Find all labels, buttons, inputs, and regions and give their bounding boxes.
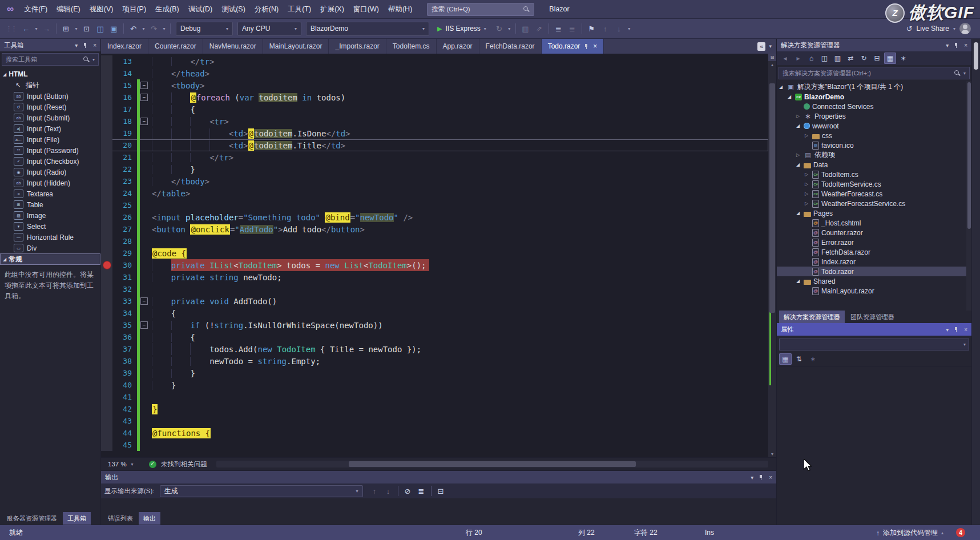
expanded-icon[interactable]: ◢ — [788, 94, 795, 99]
code-text[interactable]: newTodo = string.Empty; — [148, 357, 320, 366]
collapsed-icon[interactable]: ▷ — [805, 201, 812, 206]
vertical-scrollbar[interactable]: ⊟ ▴ ▾ — [768, 54, 776, 457]
tree-item-counter-razor[interactable]: Counter.razor — [777, 228, 971, 237]
code-text[interactable]: } — [148, 369, 195, 378]
code-line-31[interactable]: 31private string newTodo; — [101, 271, 768, 283]
tree-item-shared[interactable]: ◢Shared — [777, 276, 971, 286]
solution-configurations-dropdown[interactable]: Debug▾ — [176, 22, 233, 36]
collapsed-icon[interactable]: ▷ — [796, 114, 804, 119]
dock-tab-toolbox[interactable]: 工具箱 — [63, 512, 91, 525]
horizontal-scrollbar[interactable] — [216, 461, 769, 468]
toolbox-item-table[interactable]: ⊞Table — [0, 199, 100, 210]
close-icon[interactable]: × — [964, 42, 967, 49]
code-line-38[interactable]: 38newTodo = string.Empty; — [101, 355, 768, 367]
code-lines[interactable]: 13</tr>14</thead>15−<tbody>16−@foreach (… — [101, 54, 768, 457]
undo-icon[interactable]: ↶ — [127, 22, 140, 35]
code-line-43[interactable]: 43 — [101, 415, 768, 427]
breakpoint-margin[interactable] — [101, 367, 112, 379]
performance-profiler-icon[interactable]: ▥ — [519, 22, 532, 35]
start-debugging-button[interactable]: ▶ IIS Express ▾ — [432, 22, 491, 36]
tab-fetchdata-razor[interactable]: FetchData.razor — [479, 39, 542, 54]
output-content[interactable] — [101, 498, 776, 512]
toggle-output-icon[interactable]: ⊟ — [434, 484, 447, 498]
tab-index-razor[interactable]: Index.razor — [101, 39, 148, 54]
breakpoint-margin[interactable] — [101, 175, 112, 187]
collapsed-icon[interactable]: ▷ — [805, 172, 812, 177]
add-to-source-control-button[interactable]: ↑ 添加到源代码管理 ▴ — [876, 528, 943, 538]
pending-changes-filter-icon[interactable]: ▥ — [832, 53, 844, 64]
breakpoint-margin[interactable] — [101, 295, 112, 307]
menu-item-build[interactable]: 生成(B) — [151, 0, 184, 18]
live-share-button[interactable]: Live Share — [917, 25, 949, 33]
breakpoint-margin[interactable] — [101, 103, 112, 115]
code-text[interactable]: </thead> — [148, 69, 209, 78]
fold-collapse-icon[interactable]: − — [140, 118, 148, 125]
breakpoint-margin[interactable] — [101, 163, 112, 175]
scroll-documents-icon[interactable]: « — [757, 42, 765, 51]
show-all-files-icon[interactable]: ▦ — [884, 53, 896, 64]
quick-launch-search-box[interactable]: 搜索 (Ctrl+Q) — [427, 3, 534, 16]
toolbox-item-input-password[interactable]: **Input (Password) — [0, 145, 100, 156]
breakpoint-margin[interactable] — [101, 331, 112, 343]
user-avatar[interactable] — [959, 23, 971, 34]
forward-icon[interactable]: ▸ — [792, 53, 804, 64]
code-line-44[interactable]: 44@functions { — [101, 427, 768, 439]
nav-back-icon[interactable]: ← — [19, 22, 33, 35]
tree-item-blazordemo[interactable]: ◢BlazorDemo — [777, 92, 971, 102]
toolbox-item-input-text[interactable]: a|Input (Text) — [0, 123, 100, 134]
save-icon[interactable]: ◫ — [94, 22, 107, 35]
window-position-icon[interactable]: ▾ — [75, 42, 78, 49]
code-text[interactable]: { — [148, 309, 176, 318]
code-text[interactable]: <td>@todoitem.IsDone</td> — [148, 128, 350, 139]
collapsed-icon[interactable]: ▷ — [805, 191, 812, 196]
code-text[interactable]: <input placeholder="Something todo" @bin… — [148, 212, 413, 223]
status-character[interactable]: 字符 22 — [634, 528, 658, 538]
breakpoint-margin[interactable] — [101, 307, 112, 319]
nav-forward-icon[interactable]: → — [40, 22, 53, 35]
code-health-check-icon[interactable] — [149, 461, 156, 468]
code-line-26[interactable]: 26<input placeholder="Something todo" @b… — [101, 211, 768, 223]
tab-todo-razor[interactable]: Todo.razor× — [542, 39, 604, 54]
properties-object-dropdown[interactable]: ▾ — [779, 338, 969, 350]
properties-icon[interactable]: ∗ — [897, 53, 909, 64]
toolbox-section-item[interactable]: ◢常规 — [0, 253, 100, 265]
dock-tab-team-explorer[interactable]: 团队资源管理器 — [846, 311, 899, 323]
tree-item-item[interactable]: ▷依赖项 — [777, 150, 971, 160]
breakpoint-margin[interactable] — [101, 235, 112, 247]
code-line-21[interactable]: 21</tr> — [101, 151, 768, 163]
code-text[interactable]: private void AddTodo() — [148, 297, 277, 306]
code-line-34[interactable]: 34{ — [101, 307, 768, 319]
breakpoint-margin[interactable] — [101, 91, 112, 103]
toolbox-search-input[interactable]: 搜索工具箱 ▾ — [2, 53, 99, 66]
code-text[interactable]: if (!string.IsNullOrWhiteSpace(newTodo)) — [148, 321, 383, 330]
menu-item-project[interactable]: 项目(P) — [118, 0, 151, 18]
status-column[interactable]: 列 22 — [578, 528, 595, 538]
tree-item-connected-services[interactable]: Connected Services — [777, 102, 971, 111]
tree-item-error-razor[interactable]: Error.razor — [777, 237, 971, 247]
home-icon[interactable]: ⌂ — [805, 53, 817, 64]
close-icon[interactable]: × — [964, 327, 967, 333]
tab-app-razor[interactable]: App.razor — [437, 39, 479, 54]
scroll-down-icon[interactable]: ▾ — [768, 450, 776, 457]
code-text[interactable]: } — [148, 404, 158, 414]
close-icon[interactable]: × — [769, 474, 772, 481]
toolbox-item-input-reset[interactable]: ↺Input (Reset) — [0, 102, 100, 112]
code-line-14[interactable]: 14</thead> — [101, 67, 768, 79]
breakpoint-margin[interactable] — [101, 55, 112, 67]
solution-platforms-dropdown[interactable]: Any CPU▾ — [237, 22, 301, 36]
undo-dropdown-icon[interactable]: ▾ — [140, 22, 147, 35]
toolbox-item-input-hidden[interactable]: abInput (Hidden) — [0, 178, 100, 188]
breakpoint-margin[interactable] — [101, 379, 112, 391]
breakpoint-margin[interactable] — [101, 67, 112, 79]
explorer-scrollbar[interactable] — [966, 81, 971, 311]
tree-item-pages[interactable]: ◢Pages — [777, 208, 971, 218]
code-text[interactable]: { — [148, 333, 195, 342]
solution-explorer-search-input[interactable]: 搜索解决方案资源管理器(Ctrl+;) ▾ — [779, 67, 970, 79]
fold-collapse-icon[interactable]: − — [140, 297, 148, 305]
tree-item-todo-razor[interactable]: Todo.razor — [777, 267, 971, 276]
close-icon[interactable]: × — [593, 42, 597, 50]
prev-message-icon[interactable]: ↑ — [368, 484, 381, 498]
document-list-dropdown-icon[interactable]: ▾ — [769, 43, 772, 49]
zoom-dropdown[interactable]: 137 %▾ — [104, 461, 144, 468]
tree-item-host-cshtml[interactable]: _Host.cshtml — [777, 218, 971, 228]
